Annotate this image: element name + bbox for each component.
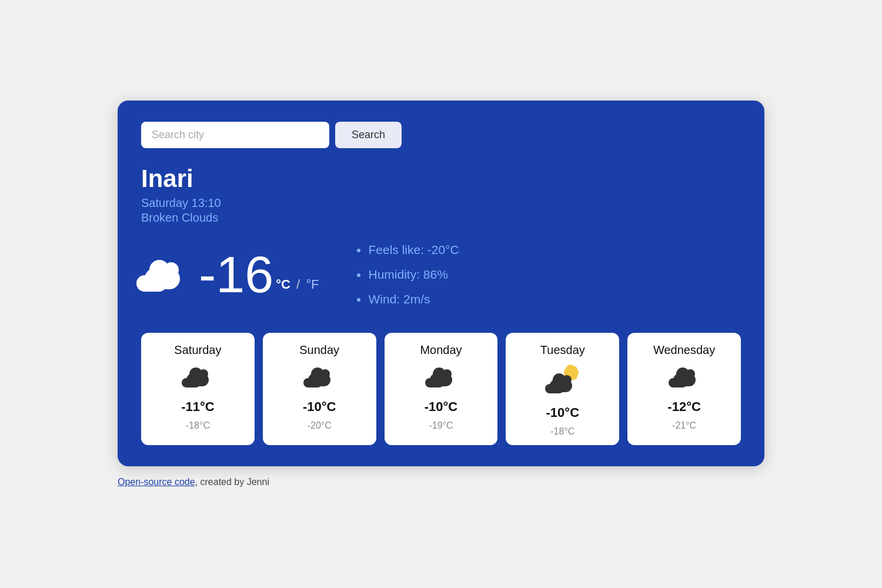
forecast-low-temp: -20°C <box>308 420 332 431</box>
temp-section: -16 °C / °F <box>141 249 319 300</box>
forecast-low-temp: -19°C <box>429 420 453 431</box>
cloud-icon <box>306 366 333 390</box>
partly-cloudy-icon <box>547 366 578 396</box>
city-condition: Broken Clouds <box>141 211 741 225</box>
forecast-card: Tuesday -10°C-18°C <box>506 333 619 445</box>
cloud-icon <box>427 366 455 390</box>
forecast-high-temp: -10°C <box>303 399 336 415</box>
forecast-high-temp: -10°C <box>425 399 457 415</box>
cloud-icon <box>184 366 211 390</box>
feels-like: Feels like: -20°C <box>368 238 459 262</box>
fahrenheit-label[interactable]: °F <box>306 277 319 292</box>
forecast-card: Monday-10°C-19°C <box>385 333 498 445</box>
forecast-card: Wednesday-12°C-21°C <box>627 333 741 445</box>
forecast-low-temp: -18°C <box>186 420 210 431</box>
forecast-day: Sunday <box>299 343 339 357</box>
humidity: Humidity: 86% <box>368 262 459 287</box>
open-source-link[interactable]: Open-source code <box>118 477 195 487</box>
temp-units: °C / °F <box>276 277 319 292</box>
forecast-high-temp: -11°C <box>181 399 214 415</box>
search-row: Search <box>141 122 741 148</box>
weather-details: Feels like: -20°C Humidity: 86% Wind: 2m… <box>354 238 459 312</box>
forecast-high-temp: -10°C <box>546 405 579 420</box>
celsius-label[interactable]: °C <box>276 277 290 292</box>
forecast-card: Saturday-11°C-18°C <box>141 333 255 445</box>
forecast-high-temp: -12°C <box>667 399 700 415</box>
city-datetime: Saturday 13:10 <box>141 196 741 210</box>
current-weather-row: -16 °C / °F Feels like: -20°C Humidity: … <box>141 238 741 312</box>
footer-suffix: , created by Jenni <box>195 477 269 487</box>
footer: Open-source code, created by Jenni <box>118 477 269 487</box>
weather-card: Search Inari Saturday 13:10 Broken Cloud… <box>118 101 764 466</box>
wind: Wind: 2m/s <box>368 287 459 312</box>
forecast-day: Saturday <box>174 343 221 357</box>
unit-separator: / <box>296 277 303 292</box>
temperature-value: -16 <box>199 249 273 300</box>
forecast-card: Sunday-10°C-20°C <box>263 333 376 445</box>
city-name: Inari <box>141 165 741 193</box>
forecast-low-temp: -18°C <box>550 426 574 437</box>
forecast-day: Tuesday <box>540 343 585 357</box>
cloud-icon <box>671 366 698 390</box>
search-button[interactable]: Search <box>335 122 402 148</box>
forecast-low-temp: -21°C <box>672 420 696 431</box>
forecast-day: Monday <box>420 343 462 357</box>
forecast-row: Saturday-11°C-18°CSunday-10°C-20°CMonday… <box>141 333 741 445</box>
app-wrapper: Search Inari Saturday 13:10 Broken Cloud… <box>118 101 764 487</box>
broken-cloud-icon-large <box>141 253 188 296</box>
forecast-day: Wednesday <box>653 343 715 357</box>
search-input[interactable] <box>141 122 329 148</box>
